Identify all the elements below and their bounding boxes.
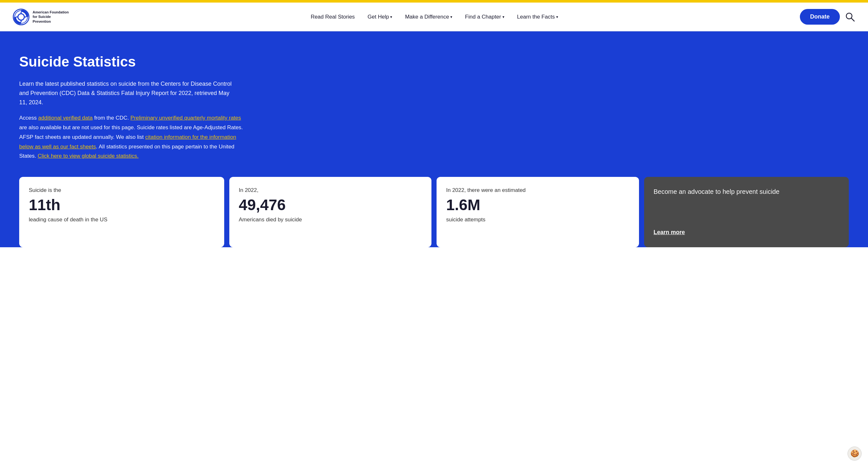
- top-bar: [0, 0, 868, 3]
- stat-number-1: 11th: [29, 197, 215, 213]
- hero-links-start: Access: [19, 115, 38, 121]
- nav-get-help[interactable]: Get Help ▾: [362, 11, 397, 23]
- logo-link[interactable]: American Foundation for Suicide Preventi…: [13, 9, 69, 25]
- make-a-difference-chevron: ▾: [450, 15, 452, 19]
- logo-text: American Foundation for Suicide Preventi…: [33, 10, 69, 24]
- stat-label-3: In 2022, there were an estimated: [446, 187, 629, 193]
- stat-number-2: 49,476: [239, 197, 422, 213]
- stat-sublabel-3: suicide attempts: [446, 217, 629, 223]
- main-nav: Read Real Stories Get Help ▾ Make a Diff…: [69, 11, 800, 23]
- find-a-chapter-chevron: ▾: [502, 15, 504, 19]
- stat-label-1: Suicide is the: [29, 187, 215, 193]
- stat-number-3: 1.6M: [446, 197, 629, 213]
- nav-find-a-chapter[interactable]: Find a Chapter ▾: [460, 11, 509, 23]
- site-header: American Foundation for Suicide Preventi…: [0, 3, 868, 31]
- get-help-chevron: ▾: [390, 15, 392, 19]
- stat-card-1: Suicide is the 11th leading cause of dea…: [19, 177, 224, 247]
- donate-button[interactable]: Donate: [800, 9, 840, 25]
- stat-card-2: In 2022, 49,476 Americans died by suicid…: [229, 177, 432, 247]
- global-stats-link[interactable]: Click here to view global suicide statis…: [38, 153, 139, 159]
- stat-label-2: In 2022,: [239, 187, 422, 193]
- search-icon: [845, 12, 855, 22]
- nav-make-a-difference[interactable]: Make a Difference ▾: [400, 11, 457, 23]
- preliminary-unverified-link[interactable]: Preliminary unverified quarterly mortali…: [130, 115, 241, 121]
- cta-card: Become an advocate to help prevent suici…: [644, 177, 849, 247]
- nav-learn-the-facts[interactable]: Learn the Facts ▾: [512, 11, 563, 23]
- nav-read-real-stories[interactable]: Read Real Stories: [305, 11, 360, 23]
- learn-the-facts-chevron: ▾: [556, 15, 558, 19]
- header-actions: Donate: [800, 9, 855, 25]
- additional-verified-data-link[interactable]: additional verified data: [38, 115, 93, 121]
- stat-sublabel-1: leading cause of death in the US: [29, 217, 215, 223]
- hero-description: Learn the latest published statistics on…: [19, 79, 237, 107]
- hero-links-paragraph: Access additional verified data from the…: [19, 113, 249, 161]
- stat-card-3: In 2022, there were an estimated 1.6M su…: [437, 177, 639, 247]
- cta-card-title: Become an advocate to help prevent suici…: [654, 187, 840, 196]
- learn-more-link[interactable]: Learn more: [654, 229, 840, 236]
- search-button[interactable]: [845, 12, 855, 22]
- stat-sublabel-2: Americans died by suicide: [239, 217, 422, 223]
- stats-row: Suicide is the 11th leading cause of dea…: [19, 177, 849, 247]
- svg-point-7: [18, 14, 24, 20]
- logo-icon: [13, 9, 29, 25]
- hero-section: Suicide Statistics Learn the latest publ…: [0, 31, 868, 247]
- svg-line-9: [851, 18, 855, 21]
- page-title: Suicide Statistics: [19, 54, 849, 70]
- hero-mid1: from the CDC.: [93, 115, 130, 121]
